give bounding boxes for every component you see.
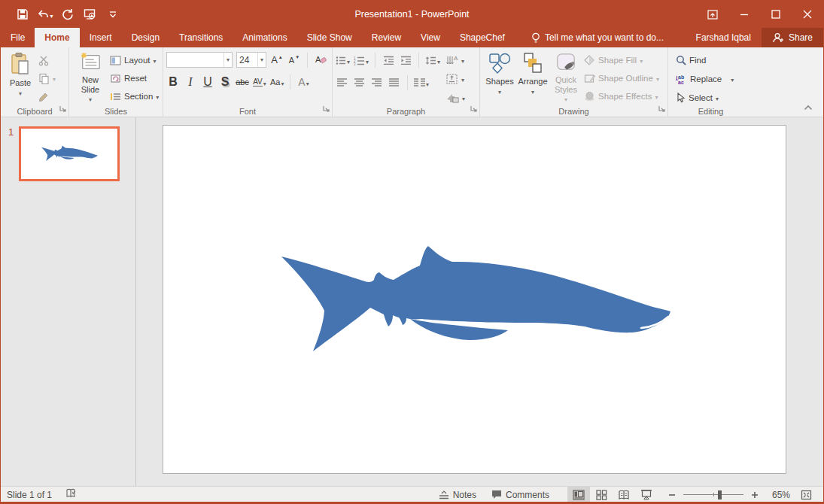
bold-button[interactable]: B xyxy=(166,75,180,90)
text-shadow-button[interactable]: S xyxy=(218,75,232,90)
section-button[interactable]: Section xyxy=(108,89,160,104)
zoom-slider-thumb[interactable] xyxy=(718,490,722,499)
font-size-combobox[interactable]: 24 xyxy=(236,52,266,68)
maximize-button[interactable] xyxy=(760,1,792,28)
tab-slide-show[interactable]: Slide Show xyxy=(297,28,362,47)
normal-view-button[interactable] xyxy=(567,487,590,503)
cut-button[interactable] xyxy=(37,53,57,68)
font-dialog-launcher[interactable] xyxy=(323,102,330,115)
slide-show-view-button[interactable] xyxy=(635,487,658,503)
find-button[interactable]: Find xyxy=(674,53,752,68)
text-direction-button[interactable]: A xyxy=(445,53,467,68)
character-spacing-button[interactable]: AV xyxy=(253,75,266,90)
slide-sorter-view-button[interactable] xyxy=(590,487,613,503)
font-name-combobox[interactable] xyxy=(166,52,233,68)
paragraph-dialog-launcher[interactable] xyxy=(470,102,477,115)
numbering-button[interactable]: 123 xyxy=(354,53,369,68)
increase-font-size-button[interactable]: A▲ xyxy=(270,53,284,67)
zoom-level[interactable]: 65% xyxy=(763,490,790,500)
slide-thumbnail-1[interactable] xyxy=(19,126,120,181)
clear-formatting-button[interactable]: A xyxy=(314,53,327,67)
columns-dropdown-arrow-icon[interactable] xyxy=(426,76,429,90)
decrease-font-size-button[interactable]: A▼ xyxy=(287,53,301,67)
numbering-dropdown-arrow-icon[interactable] xyxy=(366,53,369,67)
format-painter-button[interactable] xyxy=(37,89,57,104)
paste-dropdown-arrow-icon[interactable] xyxy=(19,88,22,98)
layout-dropdown-arrow-icon[interactable] xyxy=(154,56,157,65)
tab-file[interactable]: File xyxy=(1,28,35,47)
zoom-out-button[interactable] xyxy=(665,487,679,503)
zoom-in-button[interactable] xyxy=(748,487,762,503)
collapse-ribbon-button[interactable] xyxy=(804,100,813,114)
fit-slide-to-window-button[interactable] xyxy=(795,487,817,503)
zoom-slider[interactable] xyxy=(683,487,743,503)
font-name-dropdown-arrow-icon[interactable] xyxy=(223,53,230,67)
tab-review[interactable]: Review xyxy=(362,28,411,47)
shape-outline-button[interactable]: Shape Outline xyxy=(582,71,661,85)
align-center-button[interactable] xyxy=(353,76,366,90)
shape-fill-dropdown-arrow-icon[interactable] xyxy=(640,56,643,65)
tab-animations[interactable]: Animations xyxy=(233,28,296,47)
shape-outline-dropdown-arrow-icon[interactable] xyxy=(656,74,659,83)
change-case-button[interactable]: Aa xyxy=(270,75,284,90)
new-slide-button[interactable]: New Slide xyxy=(72,50,108,104)
tab-insert[interactable]: Insert xyxy=(80,28,122,47)
undo-button[interactable] xyxy=(35,5,55,24)
shapes-dropdown-arrow-icon[interactable] xyxy=(498,87,501,96)
text-direction-dropdown-arrow-icon[interactable] xyxy=(461,56,464,65)
copy-button[interactable] xyxy=(37,71,57,86)
underline-button[interactable]: U xyxy=(201,75,214,90)
convert-to-smartart-button[interactable] xyxy=(445,90,467,105)
arrange-button[interactable]: Arrange xyxy=(516,50,549,104)
align-text-dropdown-arrow-icon[interactable] xyxy=(461,74,464,83)
layout-button[interactable]: Layout xyxy=(108,53,160,68)
tab-design[interactable]: Design xyxy=(122,28,169,47)
slide-canvas[interactable] xyxy=(163,125,786,474)
font-color-dropdown-arrow-icon[interactable] xyxy=(306,76,309,88)
drawing-dialog-launcher[interactable] xyxy=(658,102,665,115)
shapes-button[interactable]: Shapes xyxy=(483,50,516,104)
align-text-button[interactable] xyxy=(445,71,467,87)
redo-button[interactable] xyxy=(58,5,78,24)
change-case-dropdown-arrow-icon[interactable] xyxy=(281,75,284,89)
shape-effects-button[interactable]: Shape Effects xyxy=(582,90,661,104)
line-spacing-dropdown-arrow-icon[interactable] xyxy=(437,53,440,67)
share-button[interactable]: Share xyxy=(762,28,823,47)
quick-styles-dropdown-arrow-icon[interactable] xyxy=(564,94,567,104)
italic-button[interactable]: I xyxy=(184,75,197,90)
tab-view[interactable]: View xyxy=(411,28,450,47)
start-from-beginning-button[interactable] xyxy=(81,5,100,24)
tab-home[interactable]: Home xyxy=(35,28,79,47)
select-button[interactable]: Select xyxy=(674,90,752,105)
copy-dropdown-arrow-icon[interactable] xyxy=(53,74,56,83)
shape-effects-dropdown-arrow-icon[interactable] xyxy=(655,92,658,101)
spell-check-icon[interactable] xyxy=(65,488,77,501)
select-dropdown-arrow-icon[interactable] xyxy=(716,93,719,102)
columns-button[interactable] xyxy=(414,76,429,90)
arrange-dropdown-arrow-icon[interactable] xyxy=(531,87,534,96)
ribbon-display-options-button[interactable] xyxy=(697,1,728,28)
undo-dropdown-arrow-icon[interactable] xyxy=(50,8,53,21)
paste-button[interactable]: Paste xyxy=(4,50,37,104)
align-right-button[interactable] xyxy=(370,76,384,90)
clipboard-dialog-launcher[interactable] xyxy=(59,102,66,115)
font-size-dropdown-arrow-icon[interactable] xyxy=(257,53,263,67)
replace-dropdown-arrow-icon[interactable] xyxy=(731,74,734,83)
align-left-button[interactable] xyxy=(336,76,349,90)
customize-quick-access-toolbar-button[interactable] xyxy=(103,5,123,24)
font-color-button[interactable]: A xyxy=(296,75,310,90)
minimize-button[interactable] xyxy=(728,1,760,28)
strikethrough-button[interactable]: abc xyxy=(236,75,249,90)
replace-button[interactable]: abac Replace xyxy=(674,71,752,87)
line-spacing-button[interactable] xyxy=(425,53,440,68)
shark-silhouette-shape[interactable] xyxy=(265,226,686,369)
notes-button[interactable]: Notes xyxy=(431,487,484,503)
account-name[interactable]: Farshad Iqbal xyxy=(686,28,762,47)
reset-button[interactable]: Reset xyxy=(108,71,160,86)
new-slide-dropdown-arrow-icon[interactable] xyxy=(89,94,92,104)
tell-me-box[interactable]: Tell me what you want to do... xyxy=(522,28,673,47)
shape-fill-button[interactable]: Shape Fill xyxy=(582,53,661,67)
close-button[interactable] xyxy=(792,1,823,28)
convert-to-smartart-dropdown-arrow-icon[interactable] xyxy=(462,93,465,102)
bullets-dropdown-arrow-icon[interactable] xyxy=(347,53,350,67)
